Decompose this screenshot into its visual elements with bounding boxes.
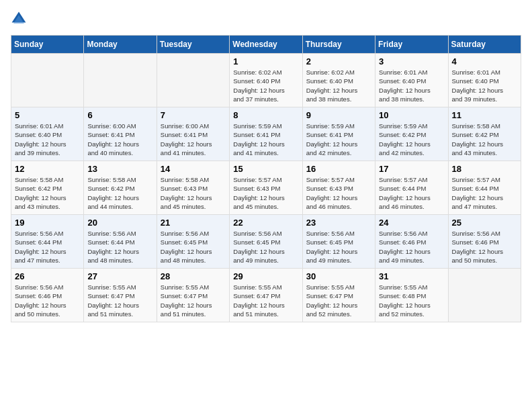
day-info: Sunrise: 6:02 AM Sunset: 6:40 PM Dayligh… xyxy=(306,68,371,103)
day-info: Sunrise: 5:55 AM Sunset: 6:47 PM Dayligh… xyxy=(161,283,226,318)
day-info: Sunrise: 5:56 AM Sunset: 6:44 PM Dayligh… xyxy=(87,229,152,265)
day-number: 2 xyxy=(306,56,371,66)
calendar-cell: 27Sunrise: 5:55 AM Sunset: 6:47 PM Dayli… xyxy=(84,269,157,322)
day-number: 9 xyxy=(306,110,371,120)
day-info: Sunrise: 6:01 AM Sunset: 6:40 PM Dayligh… xyxy=(379,68,444,103)
day-number: 10 xyxy=(379,110,444,120)
day-number: 12 xyxy=(15,164,80,174)
day-info: Sunrise: 5:57 AM Sunset: 6:43 PM Dayligh… xyxy=(233,175,298,211)
day-info: Sunrise: 5:57 AM Sunset: 6:44 PM Dayligh… xyxy=(452,175,517,211)
day-number: 26 xyxy=(15,271,80,281)
page-header xyxy=(11,11,521,27)
day-info: Sunrise: 5:58 AM Sunset: 6:43 PM Dayligh… xyxy=(161,175,226,211)
calendar-cell: 6Sunrise: 6:00 AM Sunset: 6:41 PM Daylig… xyxy=(84,107,157,161)
weekday-header: Friday xyxy=(375,36,448,54)
day-info: Sunrise: 5:57 AM Sunset: 6:43 PM Dayligh… xyxy=(306,175,371,211)
day-number: 30 xyxy=(306,271,371,281)
calendar-cell: 2Sunrise: 6:02 AM Sunset: 6:40 PM Daylig… xyxy=(302,54,375,107)
calendar-cell: 20Sunrise: 5:56 AM Sunset: 6:44 PM Dayli… xyxy=(84,215,157,269)
day-info: Sunrise: 5:56 AM Sunset: 6:45 PM Dayligh… xyxy=(233,229,298,265)
day-number: 13 xyxy=(87,164,152,174)
weekday-header: Sunday xyxy=(11,36,84,54)
day-number: 7 xyxy=(161,110,226,120)
weekday-header: Wednesday xyxy=(230,36,302,54)
calendar-cell xyxy=(11,54,84,107)
calendar-cell: 1Sunrise: 6:02 AM Sunset: 6:40 PM Daylig… xyxy=(230,54,302,107)
day-number: 20 xyxy=(87,218,152,228)
calendar-cell: 30Sunrise: 5:55 AM Sunset: 6:47 PM Dayli… xyxy=(302,269,375,322)
calendar-cell: 12Sunrise: 5:58 AM Sunset: 6:42 PM Dayli… xyxy=(11,161,84,215)
day-number: 17 xyxy=(379,164,444,174)
day-number: 25 xyxy=(452,218,517,228)
calendar-cell: 21Sunrise: 5:56 AM Sunset: 6:45 PM Dayli… xyxy=(157,215,229,269)
weekday-header: Tuesday xyxy=(157,36,229,54)
calendar-week-row: 19Sunrise: 5:56 AM Sunset: 6:44 PM Dayli… xyxy=(11,215,521,269)
day-info: Sunrise: 5:56 AM Sunset: 6:46 PM Dayligh… xyxy=(15,283,80,318)
day-info: Sunrise: 5:56 AM Sunset: 6:44 PM Dayligh… xyxy=(15,229,80,265)
calendar-cell: 7Sunrise: 6:00 AM Sunset: 6:41 PM Daylig… xyxy=(157,107,229,161)
day-number: 1 xyxy=(233,56,298,66)
day-info: Sunrise: 5:59 AM Sunset: 6:41 PM Dayligh… xyxy=(306,122,371,157)
calendar-cell: 22Sunrise: 5:56 AM Sunset: 6:45 PM Dayli… xyxy=(230,215,302,269)
calendar-cell: 8Sunrise: 5:59 AM Sunset: 6:41 PM Daylig… xyxy=(230,107,302,161)
day-number: 6 xyxy=(87,110,152,120)
day-number: 27 xyxy=(87,271,152,281)
day-info: Sunrise: 5:55 AM Sunset: 6:47 PM Dayligh… xyxy=(306,283,371,318)
weekday-header: Thursday xyxy=(302,36,375,54)
calendar-week-row: 12Sunrise: 5:58 AM Sunset: 6:42 PM Dayli… xyxy=(11,161,521,215)
weekday-header-row: SundayMondayTuesdayWednesdayThursdayFrid… xyxy=(11,36,521,54)
day-info: Sunrise: 6:02 AM Sunset: 6:40 PM Dayligh… xyxy=(233,68,298,103)
calendar-cell: 26Sunrise: 5:56 AM Sunset: 6:46 PM Dayli… xyxy=(11,269,84,322)
weekday-header: Monday xyxy=(84,36,157,54)
calendar-cell: 25Sunrise: 5:56 AM Sunset: 6:46 PM Dayli… xyxy=(448,215,521,269)
day-info: Sunrise: 5:57 AM Sunset: 6:44 PM Dayligh… xyxy=(379,175,444,211)
day-number: 29 xyxy=(233,271,298,281)
day-info: Sunrise: 5:56 AM Sunset: 6:46 PM Dayligh… xyxy=(379,229,444,265)
calendar-table: SundayMondayTuesdayWednesdayThursdayFrid… xyxy=(11,35,521,322)
calendar-cell: 28Sunrise: 5:55 AM Sunset: 6:47 PM Dayli… xyxy=(157,269,229,322)
day-info: Sunrise: 5:58 AM Sunset: 6:42 PM Dayligh… xyxy=(87,175,152,211)
logo-icon xyxy=(11,11,27,27)
calendar-cell xyxy=(84,54,157,107)
day-number: 14 xyxy=(161,164,226,174)
day-number: 24 xyxy=(379,218,444,228)
day-info: Sunrise: 5:56 AM Sunset: 6:46 PM Dayligh… xyxy=(452,229,517,265)
calendar-week-row: 5Sunrise: 6:01 AM Sunset: 6:40 PM Daylig… xyxy=(11,107,521,161)
calendar-cell: 18Sunrise: 5:57 AM Sunset: 6:44 PM Dayli… xyxy=(448,161,521,215)
day-info: Sunrise: 5:56 AM Sunset: 6:45 PM Dayligh… xyxy=(161,229,226,265)
day-number: 11 xyxy=(452,110,517,120)
calendar-cell: 17Sunrise: 5:57 AM Sunset: 6:44 PM Dayli… xyxy=(375,161,448,215)
day-number: 4 xyxy=(452,56,517,66)
calendar-cell: 23Sunrise: 5:56 AM Sunset: 6:45 PM Dayli… xyxy=(302,215,375,269)
calendar-cell: 24Sunrise: 5:56 AM Sunset: 6:46 PM Dayli… xyxy=(375,215,448,269)
weekday-header: Saturday xyxy=(448,36,521,54)
calendar-week-row: 26Sunrise: 5:56 AM Sunset: 6:46 PM Dayli… xyxy=(11,269,521,322)
day-number: 18 xyxy=(452,164,517,174)
calendar-cell: 19Sunrise: 5:56 AM Sunset: 6:44 PM Dayli… xyxy=(11,215,84,269)
calendar-cell: 3Sunrise: 6:01 AM Sunset: 6:40 PM Daylig… xyxy=(375,54,448,107)
day-info: Sunrise: 6:01 AM Sunset: 6:40 PM Dayligh… xyxy=(15,122,80,157)
calendar-cell: 13Sunrise: 5:58 AM Sunset: 6:42 PM Dayli… xyxy=(84,161,157,215)
day-info: Sunrise: 5:55 AM Sunset: 6:47 PM Dayligh… xyxy=(233,283,298,318)
day-info: Sunrise: 5:56 AM Sunset: 6:45 PM Dayligh… xyxy=(306,229,371,265)
day-number: 5 xyxy=(15,110,80,120)
day-number: 23 xyxy=(306,218,371,228)
calendar-cell: 9Sunrise: 5:59 AM Sunset: 6:41 PM Daylig… xyxy=(302,107,375,161)
calendar-week-row: 1Sunrise: 6:02 AM Sunset: 6:40 PM Daylig… xyxy=(11,54,521,107)
calendar-cell xyxy=(157,54,229,107)
day-number: 19 xyxy=(15,218,80,228)
day-number: 22 xyxy=(233,218,298,228)
calendar-cell xyxy=(448,269,521,322)
day-info: Sunrise: 5:58 AM Sunset: 6:42 PM Dayligh… xyxy=(15,175,80,211)
day-number: 28 xyxy=(161,271,226,281)
calendar-cell: 15Sunrise: 5:57 AM Sunset: 6:43 PM Dayli… xyxy=(230,161,302,215)
day-info: Sunrise: 5:55 AM Sunset: 6:48 PM Dayligh… xyxy=(379,283,444,318)
calendar-cell: 16Sunrise: 5:57 AM Sunset: 6:43 PM Dayli… xyxy=(302,161,375,215)
day-number: 3 xyxy=(379,56,444,66)
day-number: 16 xyxy=(306,164,371,174)
calendar-cell: 31Sunrise: 5:55 AM Sunset: 6:48 PM Dayli… xyxy=(375,269,448,322)
calendar-cell: 14Sunrise: 5:58 AM Sunset: 6:43 PM Dayli… xyxy=(157,161,229,215)
day-info: Sunrise: 5:59 AM Sunset: 6:42 PM Dayligh… xyxy=(379,122,444,157)
day-number: 31 xyxy=(379,271,444,281)
day-info: Sunrise: 5:59 AM Sunset: 6:41 PM Dayligh… xyxy=(233,122,298,157)
